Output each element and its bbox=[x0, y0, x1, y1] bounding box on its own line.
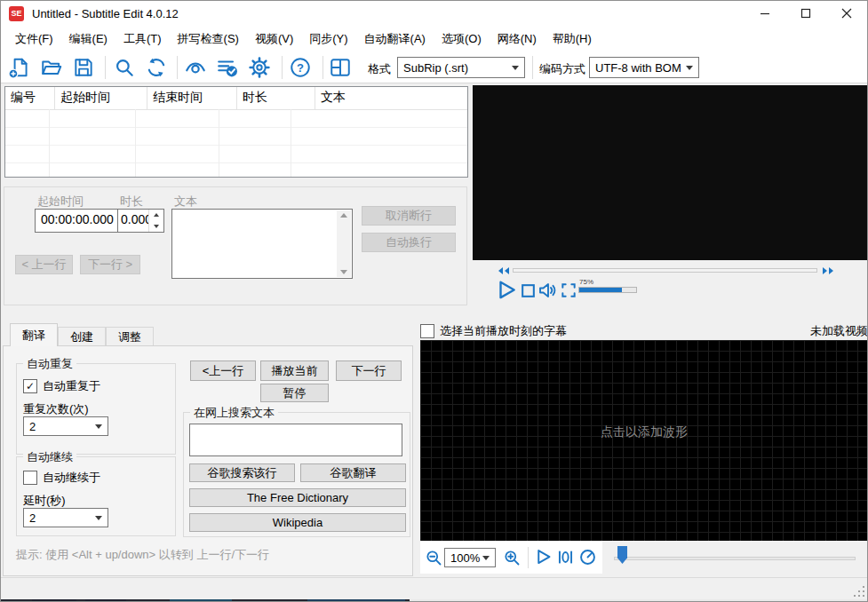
tab-adjust[interactable]: 调整 bbox=[106, 327, 154, 346]
settings-gear-icon[interactable] bbox=[248, 56, 271, 79]
title-bar: SE Untitled - Subtitle Edit 4.0.12 bbox=[1, 1, 867, 26]
chevron-down-icon bbox=[482, 556, 490, 560]
mute-button[interactable] bbox=[538, 280, 559, 301]
menu-autotranslate[interactable]: 自动翻译(A) bbox=[356, 26, 434, 52]
free-dictionary-button[interactable]: The Free Dictionary bbox=[189, 488, 406, 507]
save-icon[interactable] bbox=[72, 56, 95, 79]
menu-options[interactable]: 选项(O) bbox=[434, 26, 490, 52]
waveform-zoom-select[interactable]: 100% bbox=[444, 548, 496, 567]
svg-text:?: ? bbox=[297, 61, 304, 75]
waveform-area[interactable]: 点击以添加波形 bbox=[420, 340, 868, 541]
video-seek-bar[interactable] bbox=[513, 268, 817, 273]
auto-continue-row: 自动继续于 bbox=[23, 470, 100, 486]
play-from-start-icon[interactable] bbox=[556, 548, 575, 566]
maximize-button[interactable] bbox=[785, 1, 826, 26]
auto-repeat-checkbox[interactable]: ✓ bbox=[23, 379, 37, 393]
delay-select[interactable]: 2 bbox=[23, 508, 108, 527]
start-time-value: 00:00:00.000 bbox=[36, 210, 118, 232]
wikipedia-button[interactable]: Wikipedia bbox=[189, 513, 406, 532]
repeat-count-label: 重复次数(次) bbox=[23, 401, 89, 417]
menu-file[interactable]: 文件(F) bbox=[7, 26, 61, 52]
hint-text: 提示: 使用 <Alt + up/down> 以转到 上一行/下一行 bbox=[16, 547, 269, 563]
table-row bbox=[5, 146, 467, 163]
chevron-down-icon bbox=[95, 424, 102, 429]
menu-edit[interactable]: 编辑(E) bbox=[61, 26, 115, 52]
fullscreen-button[interactable] bbox=[560, 281, 577, 299]
scroll-up-icon[interactable] bbox=[340, 213, 347, 218]
chevron-down-icon bbox=[512, 66, 519, 70]
google-translate-button[interactable]: 谷歌翻译 bbox=[300, 463, 406, 482]
find-icon[interactable] bbox=[113, 56, 136, 79]
maximize-icon bbox=[800, 8, 811, 19]
next-line-play-button[interactable]: 下一行 bbox=[336, 360, 402, 381]
column-end-time[interactable]: 结束时间 bbox=[147, 87, 237, 109]
stop-button[interactable] bbox=[520, 282, 537, 299]
play-button[interactable] bbox=[495, 279, 518, 302]
playback-speed-icon[interactable] bbox=[578, 548, 597, 566]
web-search-input[interactable] bbox=[189, 424, 402, 456]
spin-down-button[interactable] bbox=[149, 221, 163, 233]
menu-video[interactable]: 视频(V) bbox=[247, 26, 301, 52]
open-file-icon[interactable] bbox=[40, 56, 63, 79]
layout-icon[interactable] bbox=[329, 56, 352, 79]
tab-translate[interactable]: 翻译 bbox=[10, 323, 58, 346]
subtitle-text-input[interactable] bbox=[171, 209, 353, 279]
volume-slider[interactable] bbox=[578, 287, 637, 293]
google-search-button[interactable]: 谷歌搜索该行 bbox=[189, 463, 295, 482]
volume-percent-label: 75% bbox=[579, 278, 593, 286]
minimize-button[interactable] bbox=[745, 1, 785, 26]
tab-create[interactable]: 创建 bbox=[58, 327, 106, 346]
slider-thumb[interactable] bbox=[617, 546, 627, 564]
menu-network[interactable]: 网络(N) bbox=[490, 26, 545, 52]
waveform-position-slider[interactable] bbox=[614, 557, 856, 560]
zoom-in-icon[interactable] bbox=[503, 549, 521, 566]
window-title: Untitled - Subtitle Edit 4.0.12 bbox=[32, 7, 179, 20]
format-select[interactable]: SubRip (.srt) bbox=[397, 57, 525, 78]
auto-continue-checkbox[interactable] bbox=[23, 471, 37, 485]
column-number[interactable]: 编号 bbox=[5, 87, 55, 109]
text-scrollbar[interactable] bbox=[337, 210, 351, 277]
volume-fill bbox=[579, 288, 622, 292]
select-current-subtitle-checkbox[interactable] bbox=[420, 324, 434, 338]
video-display[interactable] bbox=[473, 85, 868, 260]
repeat-count-select[interactable]: 2 bbox=[23, 416, 108, 436]
close-button[interactable] bbox=[826, 1, 867, 26]
zoom-out-icon[interactable] bbox=[425, 549, 442, 566]
toolbar: ? 格式 SubRip (.srt) 编码方式 UTF-8 with BOM bbox=[1, 52, 867, 83]
unbreak-button: 取消断行 bbox=[362, 206, 456, 226]
chevron-down-icon bbox=[95, 516, 102, 520]
menu-tools[interactable]: 工具(T) bbox=[115, 26, 170, 52]
resize-grip[interactable] bbox=[854, 586, 864, 597]
column-text[interactable]: 文本 bbox=[315, 87, 467, 109]
column-start-time[interactable]: 起始时间 bbox=[55, 87, 147, 109]
replace-icon[interactable] bbox=[145, 56, 168, 79]
menu-help[interactable]: 帮助(H) bbox=[545, 26, 600, 52]
menu-sync[interactable]: 同步(Y) bbox=[301, 26, 355, 52]
separator bbox=[528, 547, 529, 568]
auto-continue-checkbox-label: 自动继续于 bbox=[43, 470, 100, 486]
menu-spellcheck[interactable]: 拼写检查(S) bbox=[170, 26, 247, 52]
duration-spinner[interactable]: 0.000 bbox=[117, 209, 164, 233]
auto-continue-group-label: 自动继续 bbox=[23, 449, 76, 465]
autobreak-button: 自动换行 bbox=[362, 233, 456, 252]
waveform-play-button[interactable] bbox=[534, 548, 553, 566]
help-icon[interactable]: ? bbox=[289, 56, 312, 79]
seek-back-icon[interactable] bbox=[498, 266, 510, 275]
prev-line-play-button[interactable]: <上一行 bbox=[190, 360, 256, 381]
spin-up-button[interactable] bbox=[149, 210, 163, 221]
seek-forward-icon[interactable] bbox=[822, 266, 834, 275]
visual-sync-icon[interactable] bbox=[184, 56, 207, 79]
toolbar-separator bbox=[323, 56, 323, 79]
waveform-header-row: 选择当前播放时刻的字幕 未加载视频 bbox=[420, 322, 868, 339]
delay-label: 延时(秒) bbox=[23, 493, 66, 509]
spell-check-icon[interactable] bbox=[216, 56, 239, 79]
column-duration[interactable]: 时长 bbox=[237, 87, 315, 109]
pause-button[interactable]: 暂停 bbox=[260, 384, 329, 402]
new-file-icon[interactable] bbox=[8, 56, 31, 79]
table-row bbox=[5, 110, 467, 128]
encoding-select[interactable]: UTF-8 with BOM bbox=[589, 57, 699, 78]
play-current-button[interactable]: 播放当前 bbox=[260, 360, 329, 381]
scroll-down-icon[interactable] bbox=[340, 270, 347, 274]
subtitle-list[interactable]: 编号 起始时间 结束时间 时长 文本 bbox=[4, 86, 468, 178]
repeat-count-value: 2 bbox=[29, 420, 36, 433]
